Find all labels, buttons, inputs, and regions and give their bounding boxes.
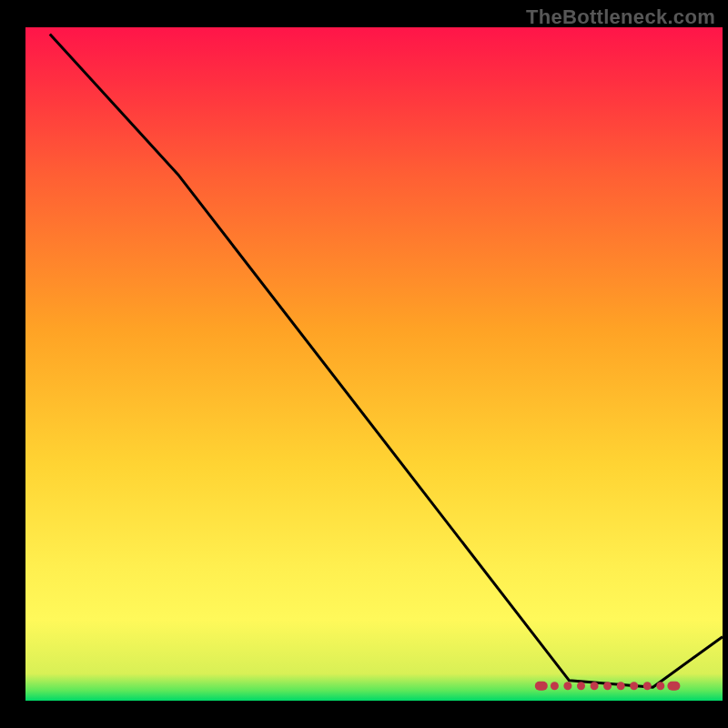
optimal-marker-end xyxy=(667,682,680,691)
bottleneck-chart xyxy=(0,0,728,728)
optimal-marker-end xyxy=(535,682,548,691)
optimal-range-markers xyxy=(535,682,681,691)
watermark-label: TheBottleneck.com xyxy=(526,5,715,29)
optimal-marker-dot xyxy=(617,682,625,690)
optimal-marker-dot xyxy=(563,682,571,690)
optimal-marker-dot xyxy=(656,682,664,690)
chart-container: TheBottleneck.com xyxy=(0,0,728,728)
plot-area xyxy=(25,27,723,701)
optimal-marker-dot xyxy=(603,682,612,690)
optimal-marker-dot xyxy=(577,682,585,690)
optimal-marker-dot xyxy=(591,682,599,690)
optimal-marker-dot xyxy=(551,682,559,690)
optimal-marker-dot xyxy=(643,682,652,690)
optimal-marker-dot xyxy=(630,682,638,690)
